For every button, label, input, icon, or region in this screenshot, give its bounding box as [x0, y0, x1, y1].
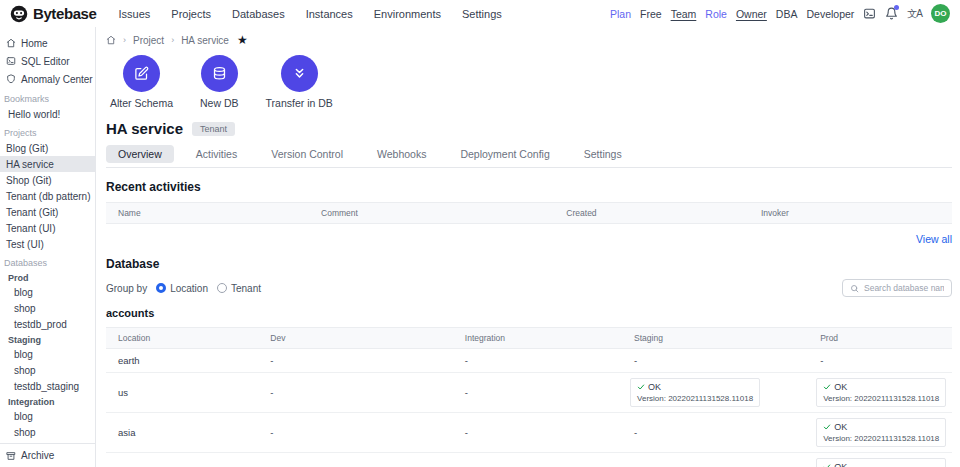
- search-database-input[interactable]: [864, 283, 944, 293]
- cell-staging: -: [622, 421, 808, 444]
- accounts-table-title: accounts: [106, 307, 952, 319]
- col-dev: Dev: [258, 328, 453, 348]
- favorite-star-icon[interactable]: ★: [237, 34, 248, 46]
- main-nav: Issues Projects Databases Instances Envi…: [119, 8, 502, 20]
- group-by-location-radio[interactable]: Location: [156, 283, 208, 294]
- breadcrumb: › Project › HA service ★: [106, 34, 952, 46]
- version-label: Version: 20220211131528.11018: [637, 394, 753, 403]
- home-icon: [6, 38, 16, 48]
- sidebar-project-tenant-git[interactable]: Tenant (Git): [0, 204, 95, 220]
- transfer-in-db-button[interactable]: Transfer in DB: [266, 55, 333, 109]
- breadcrumb-current: HA service: [181, 35, 229, 46]
- alter-schema-button[interactable]: Alter Schema: [110, 55, 173, 109]
- env-group-integration: Integration: [0, 394, 95, 408]
- version-label: Version: 20220211131528.11018: [823, 394, 939, 403]
- sidebar-item-home[interactable]: Home: [0, 34, 95, 52]
- nav-projects[interactable]: Projects: [171, 8, 211, 20]
- cell-prod: OK Version: 20220211131528.11018: [808, 453, 952, 467]
- sidebar-item-anomaly-center[interactable]: Anomaly Center: [0, 70, 95, 88]
- radio-selected-icon: [156, 283, 166, 293]
- view-all-link[interactable]: View all: [106, 233, 952, 245]
- sidebar-project-ha-service[interactable]: HA service: [0, 156, 95, 172]
- role-label: Role: [705, 8, 727, 20]
- sidebar-db-prod-blog[interactable]: blog: [0, 284, 95, 300]
- sidebar-db-integration-shop[interactable]: shop: [0, 424, 95, 440]
- database-table-header: Location Dev Integration Staging Prod: [106, 327, 952, 349]
- env-group-prod: Prod: [0, 270, 95, 284]
- sidebar-db-staging-shop[interactable]: shop: [0, 362, 95, 378]
- db-status-card[interactable]: OK Version: 20220211131528.11018: [816, 458, 946, 467]
- sidebar-item-sql-editor[interactable]: SQL Editor: [0, 52, 95, 70]
- bookmark-item-hello-world[interactable]: Hello world!: [0, 106, 95, 122]
- bytebase-logo-icon: [10, 5, 28, 23]
- database-toolbar: Group by Location Tenant: [106, 279, 952, 297]
- group-by-label: Group by: [106, 283, 147, 294]
- db-status-card[interactable]: OK Version: 20220211131528.11018: [816, 418, 946, 447]
- breadcrumb-project[interactable]: Project: [133, 35, 164, 46]
- cell-prod: OK Version: 20220211131528.11018: [808, 413, 952, 452]
- tab-settings[interactable]: Settings: [572, 145, 634, 163]
- cell-dev: -: [258, 381, 453, 404]
- cell-dev: -: [258, 349, 453, 372]
- sidebar-db-prod-shop[interactable]: shop: [0, 300, 95, 316]
- db-row-us: us - - OK Version: 20220211131528.11018 …: [106, 373, 952, 413]
- cell-dev: -: [258, 421, 453, 444]
- action-label: Alter Schema: [110, 97, 173, 109]
- col-prod: Prod: [808, 328, 952, 348]
- new-db-button[interactable]: New DB: [200, 55, 239, 109]
- db-status-card[interactable]: OK Version: 20220211131528.11018: [816, 378, 946, 407]
- cell-prod: -: [808, 349, 952, 372]
- sidebar-item-archive[interactable]: Archive: [0, 443, 95, 467]
- sidebar-db-staging-testdb[interactable]: testdb_staging: [0, 378, 95, 394]
- nav-instances[interactable]: Instances: [306, 8, 353, 20]
- topbar-meta: Plan Free Team Role Owner DBA Developer …: [610, 4, 950, 23]
- nav-environments[interactable]: Environments: [374, 8, 441, 20]
- notifications-bell-icon[interactable]: [885, 7, 898, 20]
- sidebar-db-prod-testdb[interactable]: testdb_prod: [0, 316, 95, 332]
- database-search[interactable]: [842, 279, 952, 297]
- sidebar-project-tenant-db-pattern[interactable]: Tenant (db pattern): [0, 188, 95, 204]
- status-ok-label: OK: [834, 382, 847, 392]
- nav-settings[interactable]: Settings: [462, 8, 502, 20]
- sidebar-project-tenant-ui[interactable]: Tenant (UI): [0, 220, 95, 236]
- tab-webhooks[interactable]: Webhooks: [365, 145, 438, 163]
- env-group-staging: Staging: [0, 332, 95, 346]
- breadcrumb-separator: ›: [123, 35, 126, 45]
- sidebar-project-test-ui[interactable]: Test (UI): [0, 236, 95, 252]
- terminal-icon[interactable]: [863, 7, 876, 20]
- db-row-europe: europe - - - OK Version: 20220211131528.…: [106, 453, 952, 467]
- nav-databases[interactable]: Databases: [232, 8, 285, 20]
- status-ok-label: OK: [834, 462, 847, 467]
- project-tabs: Overview Activities Version Control Webh…: [106, 145, 952, 168]
- sidebar-db-staging-blog[interactable]: blog: [0, 346, 95, 362]
- bytebase-logo[interactable]: Bytebase: [10, 5, 97, 23]
- sidebar-project-blog-git[interactable]: Blog (Git): [0, 140, 95, 156]
- archive-icon: [6, 451, 16, 461]
- tab-deployment-config[interactable]: Deployment Config: [448, 145, 561, 163]
- cell-dev: -: [258, 461, 453, 467]
- cell-staging: -: [622, 349, 808, 372]
- tab-overview[interactable]: Overview: [106, 145, 174, 163]
- col-name: Name: [106, 203, 309, 223]
- sidebar-item-label: Anomaly Center: [21, 74, 93, 85]
- tab-activities[interactable]: Activities: [184, 145, 249, 163]
- breadcrumb-home-icon[interactable]: [106, 35, 116, 45]
- tab-version-control[interactable]: Version Control: [259, 145, 355, 163]
- role-owner-link[interactable]: Owner: [736, 8, 767, 20]
- activities-table-header: Name Comment Created Invoker: [106, 202, 952, 224]
- col-integration: Integration: [453, 328, 622, 348]
- row-location: us: [106, 381, 258, 404]
- group-by-tenant-radio[interactable]: Tenant: [217, 283, 261, 294]
- sidebar-project-shop-git[interactable]: Shop (Git): [0, 172, 95, 188]
- user-avatar[interactable]: DO: [931, 4, 950, 23]
- plan-value: Free: [640, 8, 662, 20]
- team-link[interactable]: Team: [671, 8, 697, 20]
- bookmarks-section-label: Bookmarks: [0, 88, 95, 106]
- sidebar-db-integration-blog[interactable]: blog: [0, 408, 95, 424]
- page-header: HA service Tenant: [106, 120, 952, 137]
- language-switch-icon[interactable]: 文A: [907, 7, 922, 21]
- terminal-icon: [6, 56, 16, 66]
- cell-integration: -: [453, 421, 622, 444]
- nav-issues[interactable]: Issues: [119, 8, 151, 20]
- db-status-card[interactable]: OK Version: 20220211131528.11018: [630, 378, 760, 407]
